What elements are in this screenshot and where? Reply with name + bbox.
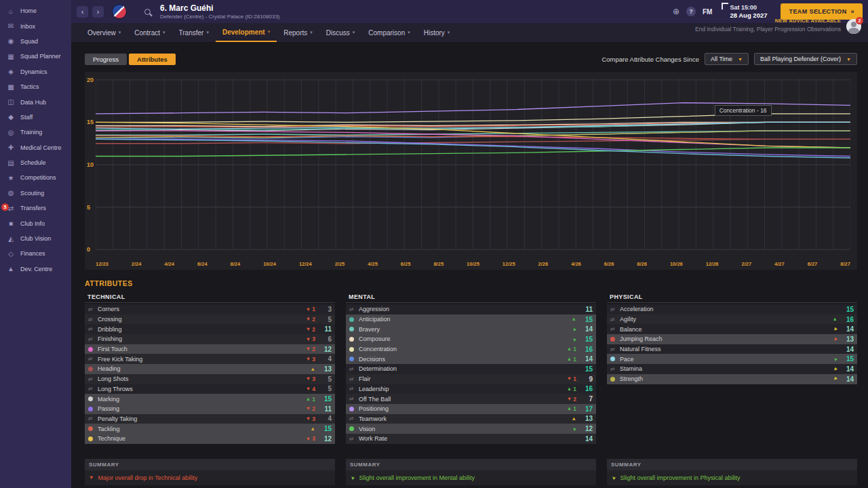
attribute-row[interactable]: ⇄Stamina▼14 — [607, 364, 857, 374]
tab-overview[interactable]: Overview▾ — [81, 23, 127, 42]
attribute-row[interactable]: ⇄Work Rate14 — [346, 434, 596, 444]
tab-comparison[interactable]: Comparison▾ — [361, 23, 416, 42]
graph-line-color-dot[interactable] — [349, 407, 354, 411]
attribute-row[interactable]: First Touch▼212 — [85, 344, 335, 354]
attribute-row[interactable]: ⇄Penalty Taking▼34 — [85, 414, 335, 424]
sidebar-item-dev-centre[interactable]: ▲Dev. Centre — [0, 262, 71, 277]
sidebar-item-transfers[interactable]: 5⇄Transfers — [0, 201, 71, 216]
attribute-row[interactable]: ⇄Balance▼14 — [607, 324, 857, 334]
attribute-row[interactable]: ⇄Aggression11 — [346, 304, 596, 314]
help-icon[interactable]: ? — [686, 7, 696, 16]
graph-line-color-dot[interactable] — [610, 377, 615, 382]
sidebar-item-medical-centre[interactable]: ✚Medical Centre — [0, 140, 71, 155]
attribute-row[interactable]: Composure▲15 — [346, 334, 596, 344]
sidebar-item-scouting[interactable]: ◍Scouting — [0, 186, 71, 201]
graph-toggle-icon[interactable]: ⇄ — [610, 306, 620, 312]
sidebar-item-competitions[interactable]: ★Competitions — [0, 170, 71, 185]
attribute-row[interactable]: Vision▲12 — [346, 424, 596, 434]
graph-toggle-icon[interactable]: ⇄ — [88, 336, 98, 342]
graph-line-color-dot[interactable] — [88, 396, 93, 401]
attribute-row[interactable]: ⇄Leadership▲116 — [346, 384, 596, 394]
graph-toggle-icon[interactable]: ⇄ — [349, 436, 359, 442]
advice-block[interactable]: NEW ADVICE AVAILABLE End Individual Trai… — [695, 18, 841, 33]
world-icon[interactable]: ⊕ — [673, 7, 679, 16]
attribute-row[interactable]: ⇄Off The Ball▼27 — [346, 394, 596, 404]
tab-history[interactable]: History▾ — [417, 23, 457, 42]
attribute-row[interactable]: Marking▲115 — [85, 394, 335, 404]
attribute-row[interactable]: ⇄Free Kick Taking▼34 — [85, 354, 335, 364]
attribute-row[interactable]: Concentration▲116 — [346, 344, 596, 354]
sidebar-item-dynamics[interactable]: ◈Dynamics — [0, 64, 71, 79]
period-dropdown[interactable]: All Time ▼ — [705, 53, 749, 65]
sidebar-item-inbox[interactable]: ✉Inbox — [0, 18, 71, 33]
attribute-row[interactable]: Bravery▲14 — [346, 324, 596, 334]
graph-line-color-dot[interactable] — [349, 347, 354, 352]
sidebar-item-squad-planner[interactable]: ▦Squad Planner — [0, 49, 71, 64]
graph-line-color-dot[interactable] — [88, 407, 93, 411]
graph-toggle-icon[interactable]: ⇄ — [349, 376, 359, 382]
tab-development[interactable]: Development▾ — [216, 23, 277, 42]
sidebar-item-training[interactable]: ◎Training — [0, 125, 71, 140]
graph-toggle-icon[interactable]: ⇄ — [610, 317, 620, 323]
attribute-row[interactable]: Positioning▲117 — [346, 404, 596, 414]
attribute-row[interactable]: ⇄Finishing▼36 — [85, 334, 335, 344]
graph-toggle-icon[interactable]: ⇄ — [88, 386, 98, 392]
graph-toggle-icon[interactable]: ⇄ — [349, 396, 359, 402]
graph-toggle-icon[interactable]: ⇄ — [88, 326, 98, 332]
attribute-row[interactable]: ⇄Long Throws▼45 — [85, 384, 335, 394]
sidebar-item-tactics[interactable]: ▩Tactics — [0, 79, 71, 94]
fm-menu[interactable]: FM — [703, 8, 712, 16]
tab-transfer[interactable]: Transfer▾ — [172, 23, 216, 42]
sidebar-item-home[interactable]: ⌂Home — [0, 3, 71, 18]
graph-toggle-icon[interactable]: ⇄ — [349, 415, 359, 422]
graph-line-color-dot[interactable] — [349, 357, 354, 361]
graph-line-color-dot[interactable] — [88, 347, 93, 352]
attribute-row[interactable]: ⇄Determination15 — [346, 364, 596, 374]
graph-line-color-dot[interactable] — [349, 426, 354, 431]
sidebar-item-data-hub[interactable]: ◫Data Hub — [0, 94, 71, 109]
graph-toggle-icon[interactable]: ⇄ — [610, 326, 620, 332]
tab-discuss[interactable]: Discuss▾ — [319, 23, 362, 42]
graph-line-color-dot[interactable] — [88, 426, 93, 431]
forward-button[interactable]: › — [92, 6, 104, 18]
graph-toggle-icon[interactable]: ⇄ — [610, 366, 620, 372]
graph-line-color-dot[interactable] — [88, 436, 93, 441]
graph-toggle-icon[interactable]: ⇄ — [349, 306, 359, 312]
graph-toggle-icon[interactable]: ⇄ — [88, 415, 98, 422]
attribute-row[interactable]: ⇄Corners▼13 — [85, 304, 335, 314]
attribute-row[interactable]: ⇄Dribbling▼211 — [85, 324, 335, 334]
attribute-row[interactable]: ⇄Acceleration15 — [607, 304, 857, 314]
attribute-row[interactable]: Heading▲13 — [85, 364, 335, 374]
attribute-row[interactable]: ⇄Flair▼19 — [346, 374, 596, 384]
attribute-row[interactable]: Anticipation▲15 — [346, 314, 596, 325]
graph-toggle-icon[interactable]: ⇄ — [88, 376, 98, 382]
attribute-row[interactable]: Tackling▲15 — [85, 424, 335, 434]
back-button[interactable]: ‹ — [77, 6, 88, 18]
graph-line-color-dot[interactable] — [610, 357, 615, 361]
player-search-icon[interactable] — [144, 9, 151, 15]
tab-progress[interactable]: Progress — [85, 54, 127, 65]
graph-line-color-dot[interactable] — [88, 367, 93, 371]
tab-attributes[interactable]: Attributes — [129, 54, 176, 65]
manager-avatar[interactable]: 2 — [846, 19, 861, 34]
graph-line-color-dot[interactable] — [610, 337, 615, 342]
attribute-row[interactable]: Pace▲15 — [607, 354, 857, 364]
sidebar-item-finances[interactable]: ◇Finances — [0, 246, 71, 261]
attribute-row[interactable]: ⇄Crossing▼25 — [85, 314, 335, 325]
attribute-row[interactable]: Decisions▲114 — [346, 354, 596, 364]
graph-toggle-icon[interactable]: ⇄ — [610, 346, 620, 352]
attribute-row[interactable]: Strength▼14 — [607, 374, 857, 384]
graph-toggle-icon[interactable]: ⇄ — [88, 356, 98, 362]
attribute-row[interactable]: ⇄Agility▲16 — [607, 314, 857, 325]
graph-toggle-icon[interactable]: ⇄ — [88, 317, 98, 323]
graph-line-color-dot[interactable] — [349, 327, 354, 331]
attribute-row[interactable]: Technique▼312 — [85, 434, 335, 444]
graph-toggle-icon[interactable]: ⇄ — [349, 366, 359, 372]
player-header[interactable]: 6. Marc Guéhi Defender (Centre) - Crysta… — [160, 3, 280, 20]
graph-line-color-dot[interactable] — [349, 317, 354, 322]
sidebar-item-squad[interactable]: ◉Squad — [0, 34, 71, 49]
attribute-row[interactable]: ⇄Long Shots▼35 — [85, 374, 335, 384]
sidebar-item-schedule[interactable]: ▤Schedule — [0, 155, 71, 170]
tab-contract[interactable]: Contract▾ — [127, 23, 172, 42]
attribute-row[interactable]: Jumping Reach▼13 — [607, 334, 857, 344]
